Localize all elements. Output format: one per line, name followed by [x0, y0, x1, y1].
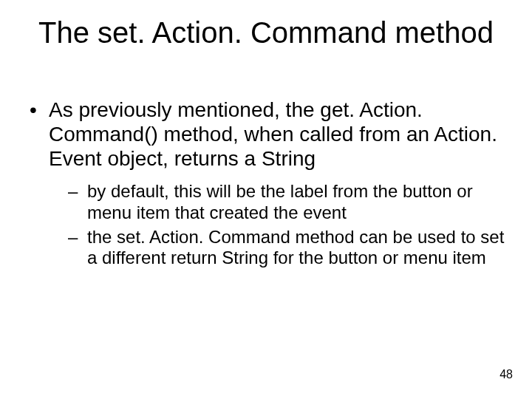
slide-title: The set. Action. Command method	[0, 16, 532, 50]
slide-body: As previously mentioned, the get. Action…	[28, 98, 507, 279]
sub-bullet-text: by default, this will be the label from …	[87, 181, 473, 222]
sub-bullet-item: by default, this will be the label from …	[66, 181, 507, 224]
bullet-list: As previously mentioned, the get. Action…	[28, 98, 507, 269]
bullet-item: As previously mentioned, the get. Action…	[28, 98, 507, 269]
sub-bullet-item: the set. Action. Command method can be u…	[66, 227, 507, 270]
sub-bullet-text: the set. Action. Command method can be u…	[87, 227, 504, 268]
page-number: 48	[499, 368, 513, 381]
slide: The set. Action. Command method As previ…	[0, 0, 532, 399]
sub-bullet-list: by default, this will be the label from …	[49, 181, 507, 269]
bullet-text: As previously mentioned, the get. Action…	[49, 98, 497, 170]
